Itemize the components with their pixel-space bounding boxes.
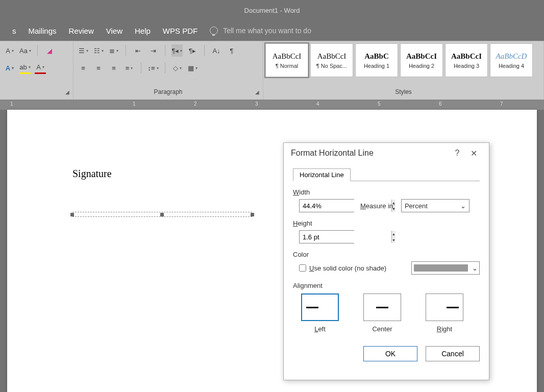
style-tile-heading2[interactable]: AaBbCcI Heading 2 — [400, 43, 443, 77]
borders-button[interactable]: ▦ — [187, 62, 198, 74]
ribbon: A Aa ◢ A ab A ◢ ☰ ☷ ≣ ⇤ ⇥ — [0, 41, 544, 100]
align-right-option[interactable]: Right — [426, 293, 463, 333]
menubar: s Mailings Review View Help WPS PDF Tell… — [0, 20, 544, 41]
help-button[interactable]: ? — [449, 149, 465, 158]
menu-item-wpspdf[interactable]: WPS PDF — [163, 27, 197, 35]
show-marks-button[interactable]: ¶ — [226, 44, 237, 57]
align-right-button[interactable]: ≡ — [108, 62, 119, 74]
dialog-title: Format Horizontal Line — [291, 149, 449, 158]
style-tile-heading4[interactable]: AaBbCcD Heading 4 — [490, 43, 533, 77]
measure-select[interactable]: Percent ⌄ — [401, 199, 469, 212]
menu-item-mailings[interactable]: Mailings — [29, 27, 57, 35]
measure-label: Measure in: — [360, 202, 395, 210]
style-tile-heading1[interactable]: AaBbC Heading 1 — [355, 43, 398, 77]
styles-gallery: AaBbCcI ¶ Normal AaBbCcI ¶ No Spac... Aa… — [263, 41, 543, 88]
height-label: Height — [293, 219, 480, 227]
align-center-button[interactable]: ≡ — [93, 62, 104, 74]
ribbon-group-paragraph: ☰ ☷ ≣ ⇤ ⇥ ¶◂ ¶▸ A↓ ¶ ≡ ≡ ≡ ≡ ↕≡ — [73, 41, 263, 100]
tellme-text: Tell me what you want to do — [223, 27, 311, 35]
spin-up-icon[interactable]: ▲ — [392, 231, 395, 237]
tellme-search[interactable]: Tell me what you want to do — [210, 27, 311, 35]
font-size-down-button[interactable]: A — [4, 44, 15, 57]
color-swatch-icon — [414, 264, 468, 272]
color-label: Color — [293, 251, 480, 258]
solid-color-checkbox[interactable]: Use solid color (no shade) — [299, 264, 386, 272]
width-label: Width — [293, 188, 480, 196]
window-title: Document1 - Word — [244, 7, 300, 14]
styles-group-label: Styles — [263, 88, 543, 100]
height-spinner[interactable]: ▲▼ — [299, 230, 354, 243]
style-tile-nospacing[interactable]: AaBbCcI ¶ No Spac... — [310, 43, 353, 77]
style-tile-heading3[interactable]: AaBbCcI Heading 3 — [445, 43, 488, 77]
ok-button[interactable]: OK — [363, 346, 417, 361]
format-horizontal-line-dialog: Format Horizontal Line ? ✕ Horizontal Li… — [283, 142, 489, 380]
color-select[interactable]: ⌄ — [411, 261, 480, 275]
lightbulb-icon — [210, 27, 218, 35]
chevron-down-icon: ⌄ — [470, 264, 479, 272]
ltr-button[interactable]: ¶◂ — [171, 44, 183, 57]
align-center-option[interactable]: Center — [363, 293, 401, 333]
decrease-indent-button[interactable]: ⇤ — [132, 44, 143, 57]
dialog-titlebar: Format Horizontal Line ? ✕ — [284, 143, 489, 163]
menu-item-help[interactable]: Help — [135, 27, 151, 35]
dialog-launcher-icon[interactable]: ◢ — [64, 89, 71, 96]
horizontal-line-selected[interactable] — [72, 212, 252, 217]
clear-formatting-button[interactable]: ◢ — [44, 44, 55, 57]
menu-item-view[interactable]: View — [106, 27, 122, 35]
rtl-button[interactable]: ¶▸ — [187, 44, 198, 57]
alignment-label: Alignment — [293, 282, 480, 289]
tab-horizontal-line[interactable]: Horizontal Line — [293, 168, 351, 181]
chevron-down-icon: ⌄ — [460, 202, 466, 210]
align-left-button[interactable]: ≡ — [78, 62, 89, 74]
style-tile-normal[interactable]: AaBbCcI ¶ Normal — [265, 43, 308, 77]
highlight-button[interactable]: ab — [19, 62, 31, 74]
align-left-option[interactable]: Left — [301, 293, 339, 333]
ruler[interactable]: 1 1 2 3 4 5 6 7 — [0, 100, 544, 110]
solid-color-check-input[interactable] — [299, 264, 306, 272]
ribbon-group-styles: AaBbCcI ¶ Normal AaBbCcI ¶ No Spac... Aa… — [263, 41, 544, 100]
spin-down-icon[interactable]: ▼ — [392, 237, 395, 243]
font-color-button[interactable]: A — [35, 62, 46, 74]
numbering-button[interactable]: ☷ — [93, 44, 104, 57]
titlebar: Document1 - Word — [0, 0, 544, 20]
increase-indent-button[interactable]: ⇥ — [147, 44, 159, 57]
justify-button[interactable]: ≡ — [123, 62, 135, 74]
ribbon-group-font: A Aa ◢ A ab A ◢ — [0, 41, 73, 100]
resize-handle-icon[interactable] — [160, 213, 164, 216]
bullets-button[interactable]: ☰ — [78, 44, 89, 57]
sort-button[interactable]: A↓ — [211, 44, 222, 57]
dialog-launcher-icon[interactable]: ◢ — [254, 89, 261, 96]
cancel-button[interactable]: Cancel — [426, 346, 480, 361]
height-input[interactable] — [300, 231, 391, 243]
shading-button[interactable]: ◇ — [171, 62, 183, 74]
line-spacing-button[interactable]: ↕≡ — [147, 62, 159, 74]
document-text[interactable]: Signature — [72, 168, 112, 180]
change-case-button[interactable]: Aa — [19, 44, 31, 57]
close-button[interactable]: ✕ — [465, 149, 482, 158]
text-effects-button[interactable]: A — [4, 62, 15, 74]
font-group-label: ◢ — [0, 88, 73, 100]
menu-item[interactable]: s — [12, 27, 16, 35]
paragraph-group-label: Paragraph ◢ — [73, 88, 263, 100]
menu-item-review[interactable]: Review — [69, 27, 94, 35]
width-spinner[interactable]: ▲▼ — [299, 199, 354, 212]
multilevel-button[interactable]: ≣ — [108, 44, 119, 57]
